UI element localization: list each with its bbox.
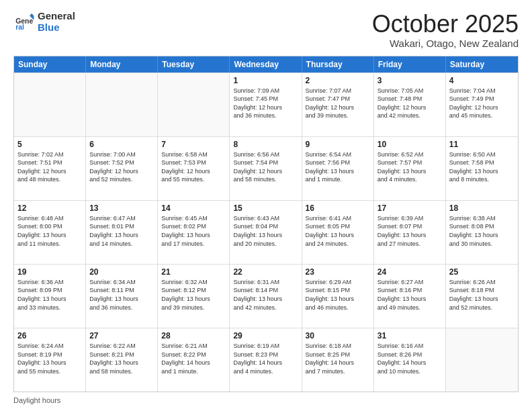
calendar-day-22: 22Sunrise: 6:31 AM Sunset: 8:14 PM Dayli… <box>230 265 302 328</box>
calendar-day-13: 13Sunrise: 6:47 AM Sunset: 8:01 PM Dayli… <box>86 201 158 264</box>
calendar-day-27: 27Sunrise: 6:22 AM Sunset: 8:21 PM Dayli… <box>86 328 158 392</box>
title-block: October 2025 Wakari, Otago, New Zealand <box>372 11 519 49</box>
day-info: Sunrise: 6:27 AM Sunset: 8:16 PM Dayligh… <box>378 278 442 312</box>
day-info: Sunrise: 6:34 AM Sunset: 8:11 PM Dayligh… <box>89 278 154 312</box>
day-of-week-friday: Friday <box>374 56 446 73</box>
day-number: 17 <box>378 203 442 213</box>
calendar-day-6: 6Sunrise: 7:00 AM Sunset: 7:52 PM Daylig… <box>86 137 158 200</box>
calendar-day-15: 15Sunrise: 6:43 AM Sunset: 8:04 PM Dayli… <box>230 201 302 264</box>
calendar-day-31: 31Sunrise: 6:16 AM Sunset: 8:26 PM Dayli… <box>374 328 446 392</box>
calendar-day-1: 1Sunrise: 7:09 AM Sunset: 7:45 PM Daylig… <box>230 73 302 136</box>
calendar-day-20: 20Sunrise: 6:34 AM Sunset: 8:11 PM Dayli… <box>86 265 158 328</box>
day-of-week-wednesday: Wednesday <box>230 56 302 73</box>
day-info: Sunrise: 7:02 AM Sunset: 7:51 PM Dayligh… <box>17 150 82 184</box>
day-number: 3 <box>378 76 442 85</box>
calendar-day-10: 10Sunrise: 6:52 AM Sunset: 7:57 PM Dayli… <box>374 137 446 200</box>
calendar-header: SundayMondayTuesdayWednesdayThursdayFrid… <box>14 56 518 73</box>
day-number: 26 <box>17 331 82 340</box>
month-title: October 2025 <box>372 11 519 38</box>
day-number: 12 <box>17 203 82 213</box>
day-number: 31 <box>378 331 442 340</box>
header: Gene ral General Blue October 2025 Wakar… <box>13 11 519 49</box>
day-info: Sunrise: 6:39 AM Sunset: 8:07 PM Dayligh… <box>378 214 442 248</box>
day-number: 13 <box>89 203 154 213</box>
calendar-day-8: 8Sunrise: 6:56 AM Sunset: 7:54 PM Daylig… <box>230 137 302 200</box>
day-info: Sunrise: 6:58 AM Sunset: 7:53 PM Dayligh… <box>161 150 226 184</box>
day-number: 11 <box>449 140 515 149</box>
day-number: 8 <box>233 140 298 149</box>
calendar-day-7: 7Sunrise: 6:58 AM Sunset: 7:53 PM Daylig… <box>158 137 230 200</box>
svg-text:ral: ral <box>15 24 24 31</box>
footer: Daylight hours <box>13 396 519 404</box>
day-info: Sunrise: 6:16 AM Sunset: 8:26 PM Dayligh… <box>378 342 442 375</box>
logo-text: General Blue <box>38 11 75 33</box>
calendar-week-2: 5Sunrise: 7:02 AM Sunset: 7:51 PM Daylig… <box>14 136 518 200</box>
day-number: 21 <box>161 267 226 277</box>
logo: Gene ral General Blue <box>13 11 75 33</box>
calendar-day-9: 9Sunrise: 6:54 AM Sunset: 7:56 PM Daylig… <box>302 137 374 200</box>
calendar-day-30: 30Sunrise: 6:18 AM Sunset: 8:25 PM Dayli… <box>302 328 374 392</box>
day-number: 7 <box>161 140 226 149</box>
calendar-day-11: 11Sunrise: 6:50 AM Sunset: 7:58 PM Dayli… <box>446 137 518 200</box>
day-info: Sunrise: 6:29 AM Sunset: 8:15 PM Dayligh… <box>306 278 370 312</box>
day-info: Sunrise: 7:07 AM Sunset: 7:47 PM Dayligh… <box>306 87 370 120</box>
day-info: Sunrise: 7:09 AM Sunset: 7:45 PM Dayligh… <box>233 87 298 120</box>
day-info: Sunrise: 6:18 AM Sunset: 8:25 PM Dayligh… <box>306 342 370 375</box>
calendar-day-29: 29Sunrise: 6:19 AM Sunset: 8:23 PM Dayli… <box>230 328 302 392</box>
calendar-week-3: 12Sunrise: 6:48 AM Sunset: 8:00 PM Dayli… <box>14 200 518 264</box>
calendar-week-1: 1Sunrise: 7:09 AM Sunset: 7:45 PM Daylig… <box>14 73 518 136</box>
day-number: 4 <box>449 76 515 85</box>
day-info: Sunrise: 6:50 AM Sunset: 7:58 PM Dayligh… <box>449 150 515 184</box>
day-info: Sunrise: 6:54 AM Sunset: 7:56 PM Dayligh… <box>306 150 370 184</box>
location: Wakari, Otago, New Zealand <box>372 38 519 49</box>
day-number: 24 <box>378 267 442 277</box>
calendar-week-5: 26Sunrise: 6:24 AM Sunset: 8:19 PM Dayli… <box>14 328 518 392</box>
day-number: 22 <box>233 267 298 277</box>
calendar: SundayMondayTuesdayWednesdayThursdayFrid… <box>13 56 519 392</box>
calendar-day-18: 18Sunrise: 6:38 AM Sunset: 8:08 PM Dayli… <box>446 201 518 264</box>
day-number: 30 <box>306 331 370 340</box>
day-info: Sunrise: 6:19 AM Sunset: 8:23 PM Dayligh… <box>233 342 298 375</box>
calendar-day-3: 3Sunrise: 7:05 AM Sunset: 7:48 PM Daylig… <box>374 73 446 136</box>
day-number: 18 <box>449 203 515 213</box>
day-number: 25 <box>449 267 515 277</box>
day-info: Sunrise: 6:21 AM Sunset: 8:22 PM Dayligh… <box>161 342 226 375</box>
day-info: Sunrise: 6:48 AM Sunset: 8:00 PM Dayligh… <box>17 214 82 248</box>
day-of-week-tuesday: Tuesday <box>158 56 230 73</box>
day-number: 16 <box>306 203 370 213</box>
day-info: Sunrise: 7:04 AM Sunset: 7:49 PM Dayligh… <box>449 87 515 120</box>
day-info: Sunrise: 7:00 AM Sunset: 7:52 PM Dayligh… <box>89 150 154 184</box>
calendar-day-5: 5Sunrise: 7:02 AM Sunset: 7:51 PM Daylig… <box>14 137 86 200</box>
calendar-day-4: 4Sunrise: 7:04 AM Sunset: 7:49 PM Daylig… <box>446 73 518 136</box>
day-info: Sunrise: 6:56 AM Sunset: 7:54 PM Dayligh… <box>233 150 298 184</box>
day-of-week-monday: Monday <box>86 56 158 73</box>
logo-blue: Blue <box>38 21 60 33</box>
logo-general: General <box>38 10 75 21</box>
calendar-day-17: 17Sunrise: 6:39 AM Sunset: 8:07 PM Dayli… <box>374 201 446 264</box>
day-number: 5 <box>17 140 82 149</box>
day-info: Sunrise: 6:52 AM Sunset: 7:57 PM Dayligh… <box>378 150 442 184</box>
page: Gene ral General Blue October 2025 Wakar… <box>0 0 532 411</box>
calendar-day-16: 16Sunrise: 6:41 AM Sunset: 8:05 PM Dayli… <box>302 201 374 264</box>
day-info: Sunrise: 6:47 AM Sunset: 8:01 PM Dayligh… <box>89 214 154 248</box>
day-number: 14 <box>161 203 226 213</box>
calendar-day-23: 23Sunrise: 6:29 AM Sunset: 8:15 PM Dayli… <box>302 265 374 328</box>
day-info: Sunrise: 6:31 AM Sunset: 8:14 PM Dayligh… <box>233 278 298 312</box>
day-info: Sunrise: 6:24 AM Sunset: 8:19 PM Dayligh… <box>17 342 82 375</box>
calendar-body: 1Sunrise: 7:09 AM Sunset: 7:45 PM Daylig… <box>14 73 518 392</box>
calendar-day-12: 12Sunrise: 6:48 AM Sunset: 8:00 PM Dayli… <box>14 201 86 264</box>
day-number: 27 <box>89 331 154 340</box>
calendar-day-26: 26Sunrise: 6:24 AM Sunset: 8:19 PM Dayli… <box>14 328 86 392</box>
day-number: 2 <box>306 76 370 85</box>
day-info: Sunrise: 6:22 AM Sunset: 8:21 PM Dayligh… <box>89 342 154 375</box>
day-number: 1 <box>233 76 298 85</box>
day-info: Sunrise: 6:26 AM Sunset: 8:18 PM Dayligh… <box>449 278 515 312</box>
calendar-empty-cell <box>14 73 86 136</box>
calendar-day-25: 25Sunrise: 6:26 AM Sunset: 8:18 PM Dayli… <box>446 265 518 328</box>
day-info: Sunrise: 6:45 AM Sunset: 8:02 PM Dayligh… <box>161 214 226 248</box>
day-number: 29 <box>233 331 298 340</box>
day-info: Sunrise: 7:05 AM Sunset: 7:48 PM Dayligh… <box>378 87 442 120</box>
calendar-day-24: 24Sunrise: 6:27 AM Sunset: 8:16 PM Dayli… <box>374 265 446 328</box>
day-number: 19 <box>17 267 82 277</box>
day-number: 28 <box>161 331 226 340</box>
